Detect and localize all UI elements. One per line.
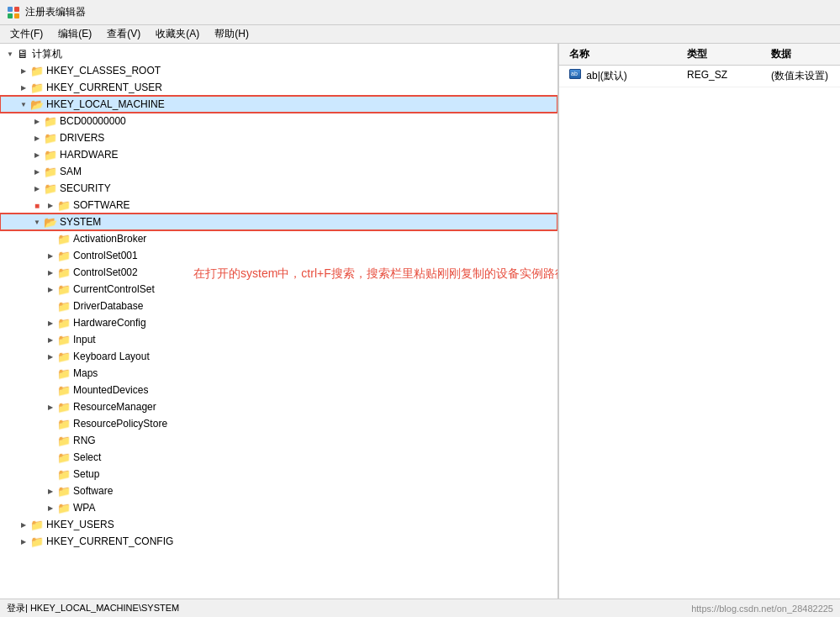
folder-maps-icon: 📁 bbox=[57, 367, 71, 380]
expand-drivers[interactable] bbox=[30, 131, 44, 145]
tree-item-input[interactable]: 📁 Input bbox=[0, 331, 557, 348]
expand-software-system[interactable] bbox=[44, 484, 57, 498]
tree-item-activationbroker[interactable]: 📁 ActivationBroker bbox=[0, 230, 557, 247]
menu-favorites[interactable]: 收藏夹(A) bbox=[149, 25, 206, 43]
tree-item-controlset002[interactable]: 📁 ControlSet002 bbox=[0, 264, 557, 281]
expand-cs002[interactable] bbox=[44, 266, 57, 279]
tree-item-maps[interactable]: 📁 Maps bbox=[0, 365, 557, 382]
expand-hkcu[interactable] bbox=[17, 81, 30, 94]
tree-item-bcd[interactable]: 📁 BCD00000000 bbox=[0, 113, 557, 129]
title-bar: 注册表编辑器 bbox=[0, 0, 840, 25]
folder-ccs-icon: 📁 bbox=[57, 282, 71, 296]
expand-security[interactable] bbox=[30, 182, 44, 195]
svg-rect-2 bbox=[8, 13, 13, 18]
menu-help[interactable]: 帮助(H) bbox=[208, 25, 256, 43]
tree-item-setup[interactable]: 📁 Setup bbox=[0, 466, 557, 483]
tree-item-resourcemanager[interactable]: 📁 ResourceManager bbox=[0, 398, 557, 415]
expand-software-hklm[interactable] bbox=[44, 198, 57, 212]
svg-rect-1 bbox=[14, 7, 19, 12]
folder-cs002-icon: 📁 bbox=[57, 266, 71, 279]
folder-drivers-icon: 📁 bbox=[44, 131, 57, 145]
folder-hkcc-icon: 📁 bbox=[30, 535, 44, 548]
status-bar: 登录| HKEY_LOCAL_MACHINE\SYSTEM https://bl… bbox=[0, 599, 840, 617]
expand-bcd[interactable] bbox=[30, 114, 44, 128]
tree-item-hkcu[interactable]: 📁 HKEY_CURRENT_USER bbox=[0, 79, 557, 96]
expand-hkcr[interactable] bbox=[17, 64, 30, 77]
menu-edit[interactable]: 编辑(E) bbox=[51, 25, 98, 43]
tree-item-select[interactable]: 📁 Select bbox=[0, 449, 557, 466]
folder-security-icon: 📁 bbox=[44, 182, 57, 195]
status-path: 登录| HKEY_LOCAL_MACHINE\SYSTEM bbox=[7, 602, 179, 614]
folder-ab-icon: 📁 bbox=[57, 232, 71, 245]
expand-hku[interactable] bbox=[17, 518, 30, 531]
expand-hklm[interactable] bbox=[17, 98, 30, 111]
menu-view[interactable]: 查看(V) bbox=[100, 25, 147, 43]
right-panel: 名称 类型 数据 ab|(默认) REG_SZ (数值未设置) bbox=[559, 44, 840, 599]
folder-hklm-icon: 📂 bbox=[30, 98, 44, 111]
title-text: 注册表编辑器 bbox=[25, 5, 86, 19]
status-url: https://blog.csdn.net/on_28482225 bbox=[691, 604, 833, 614]
tree-item-system[interactable]: 📂 SYSTEM bbox=[0, 214, 557, 230]
folder-system-icon: 📂 bbox=[44, 215, 57, 229]
menu-bar: 文件(F) 编辑(E) 查看(V) 收藏夹(A) 帮助(H) bbox=[0, 25, 840, 44]
computer-icon: 🖥 bbox=[17, 47, 29, 61]
svg-rect-3 bbox=[14, 13, 19, 18]
folder-hardware-icon: 📁 bbox=[44, 148, 57, 161]
expand-cs001[interactable] bbox=[44, 249, 57, 262]
tree-item-hklm[interactable]: 📂 HKEY_LOCAL_MACHINE bbox=[0, 96, 557, 113]
expand-rm[interactable] bbox=[44, 400, 57, 414]
tree-item-controlset001[interactable]: 📁 ControlSet001 bbox=[0, 247, 557, 264]
menu-file[interactable]: 文件(F) bbox=[3, 25, 50, 43]
expand-hkcc[interactable] bbox=[17, 535, 30, 548]
tree-item-rng[interactable]: 📁 RNG bbox=[0, 432, 557, 449]
header-type: 类型 bbox=[680, 45, 764, 63]
folder-rm-icon: 📁 bbox=[57, 400, 71, 414]
reg-value-icon bbox=[569, 69, 581, 79]
tree-panel: 🖥 计算机 📁 HKEY_CLASSES_ROOT 📁 HKEY_CURRENT… bbox=[0, 44, 559, 599]
folder-input-icon: 📁 bbox=[57, 333, 71, 346]
expand-sam[interactable] bbox=[30, 165, 44, 178]
folder-hkcu-icon: 📁 bbox=[30, 81, 44, 94]
app-icon bbox=[7, 6, 20, 19]
tree-item-hku[interactable]: 📁 HKEY_USERS bbox=[0, 516, 557, 533]
cell-data-default: (数值未设置) bbox=[764, 67, 837, 85]
error-icon: ■ bbox=[30, 201, 44, 210]
tree-item-hardwareconfig[interactable]: 📁 HardwareConfig bbox=[0, 314, 557, 331]
folder-software-system-icon: 📁 bbox=[57, 484, 71, 498]
tree-item-wpa[interactable]: 📁 WPA bbox=[0, 499, 557, 516]
header-name: 名称 bbox=[563, 45, 680, 63]
right-panel-row-default[interactable]: ab|(默认) REG_SZ (数值未设置) bbox=[559, 66, 840, 87]
expand-input[interactable] bbox=[44, 333, 57, 346]
tree-item-software-hklm[interactable]: ■ 📁 SOFTWARE bbox=[0, 197, 557, 214]
folder-md-icon: 📁 bbox=[57, 383, 71, 397]
folder-sam-icon: 📁 bbox=[44, 165, 57, 178]
expand-hwconfig[interactable] bbox=[44, 316, 57, 330]
expand-computer[interactable] bbox=[3, 47, 17, 61]
tree-item-hardware[interactable]: 📁 HARDWARE bbox=[0, 146, 557, 163]
header-data: 数据 bbox=[764, 45, 837, 63]
expand-kl[interactable] bbox=[44, 350, 57, 363]
tree-item-sam[interactable]: 📁 SAM bbox=[0, 163, 557, 180]
folder-hkcr-icon: 📁 bbox=[30, 64, 44, 77]
tree-item-hkcc[interactable]: 📁 HKEY_CURRENT_CONFIG bbox=[0, 533, 557, 550]
tree-item-driverdatabase[interactable]: 📁 DriverDatabase bbox=[0, 298, 557, 314]
folder-hku-icon: 📁 bbox=[30, 518, 44, 531]
expand-wpa[interactable] bbox=[44, 501, 57, 514]
tree-item-currentcontrolset[interactable]: 📁 CurrentControlSet bbox=[0, 281, 557, 298]
folder-setup-icon: 📁 bbox=[57, 467, 71, 481]
tree-item-security[interactable]: 📁 SECURITY bbox=[0, 180, 557, 197]
folder-dd-icon: 📁 bbox=[57, 299, 71, 313]
tree-item-computer[interactable]: 🖥 计算机 bbox=[0, 45, 557, 62]
folder-hwconfig-icon: 📁 bbox=[57, 316, 71, 330]
tree-item-mounteddevices[interactable]: 📁 MountedDevices bbox=[0, 382, 557, 398]
tree-item-hkcr[interactable]: 📁 HKEY_CLASSES_ROOT bbox=[0, 62, 557, 79]
expand-system[interactable] bbox=[30, 215, 44, 229]
tree-item-drivers[interactable]: 📁 DRIVERS bbox=[0, 129, 557, 146]
right-panel-header: 名称 类型 数据 bbox=[559, 44, 840, 66]
expand-ccs[interactable] bbox=[44, 282, 57, 296]
main-content: 🖥 计算机 📁 HKEY_CLASSES_ROOT 📁 HKEY_CURRENT… bbox=[0, 44, 840, 599]
expand-hardware[interactable] bbox=[30, 148, 44, 161]
tree-item-keyboardlayout[interactable]: 📁 Keyboard Layout bbox=[0, 348, 557, 365]
tree-item-resourcepolicystore[interactable]: 📁 ResourcePolicyStore bbox=[0, 415, 557, 432]
tree-item-software-system[interactable]: 📁 Software bbox=[0, 483, 557, 499]
